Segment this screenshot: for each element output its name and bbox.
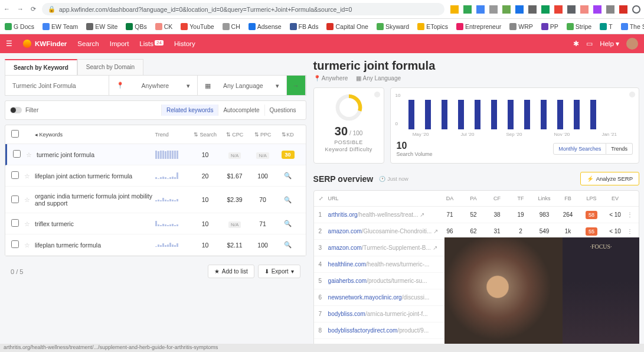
settings-icon[interactable]: ✱ bbox=[573, 40, 579, 48]
help-link[interactable]: Help ▾ bbox=[600, 40, 619, 48]
bookmark-item[interactable]: ETopics bbox=[417, 23, 448, 30]
star-icon[interactable]: ☆ bbox=[24, 172, 35, 180]
bookmark-item[interactable]: EW Team bbox=[43, 23, 78, 30]
bookmark-item[interactable]: WRP bbox=[509, 23, 533, 30]
bookmark-item[interactable]: CH bbox=[223, 23, 240, 30]
bookmark-item[interactable]: Skyward bbox=[377, 23, 409, 30]
pill-questions[interactable]: Questions bbox=[264, 105, 301, 116]
row-checkbox[interactable] bbox=[13, 150, 21, 158]
keyword-table: ◂ Keywords Trend ⇅ Search ⇅ CPC ⇅ PPC ⇅ … bbox=[5, 125, 306, 256]
magnify-icon[interactable]: 🔍 bbox=[284, 220, 292, 227]
bookmark-item[interactable]: G Docs bbox=[5, 23, 34, 30]
chart-toggle: Monthly Searches Trends bbox=[553, 143, 633, 155]
nav-search[interactable]: Search bbox=[77, 40, 99, 47]
bookmark-item[interactable]: Stripe bbox=[567, 23, 591, 30]
brand: KWFinder bbox=[23, 40, 67, 48]
tab-domain[interactable]: Search by Domain bbox=[77, 59, 143, 75]
filter-row: Filter Related keywords Autocomplete Que… bbox=[5, 100, 306, 120]
select-all-checkbox[interactable] bbox=[11, 130, 19, 138]
analyze-serp-button[interactable]: ⚡Analyze SERP bbox=[580, 172, 639, 185]
star-icon: ★ bbox=[214, 268, 220, 275]
bookmark-item[interactable]: T bbox=[600, 23, 612, 30]
table-row[interactable]: ☆turmeric joint formula10N/AN/A30 bbox=[5, 144, 306, 165]
nav-history[interactable]: History bbox=[174, 40, 195, 47]
bookmark-item[interactable]: QBs bbox=[126, 23, 146, 30]
star-icon[interactable]: ☆ bbox=[24, 242, 35, 249]
star-icon[interactable]: ☆ bbox=[24, 196, 35, 203]
star-icon[interactable]: ☆ bbox=[26, 151, 37, 158]
bolt-icon: ⚡ bbox=[587, 175, 594, 182]
download-icon: ⬇ bbox=[264, 268, 269, 275]
app-bar: ☰ KWFinder Search Import Lists24 History… bbox=[0, 34, 644, 53]
pin-icon: 📍 bbox=[116, 82, 124, 89]
nav-import[interactable]: Import bbox=[110, 40, 129, 47]
url-bar[interactable]: 🔒 app.kwfinder.com/dashboard?language_id… bbox=[42, 3, 444, 15]
table-footer: 0 / 5 ★Add to list ⬇Export ▾ bbox=[5, 261, 306, 282]
magnify-icon[interactable]: 🔍 bbox=[284, 196, 292, 204]
serp-row[interactable]: 1arthritis.org/health-wellness/treat... … bbox=[314, 207, 639, 223]
table-row[interactable]: ☆lifeplan joint action turmeric formula2… bbox=[5, 165, 306, 187]
external-icon[interactable]: ↗ bbox=[433, 245, 437, 251]
menu-icon[interactable]: ☰ bbox=[6, 40, 12, 48]
volume-chart bbox=[397, 94, 633, 129]
table-row[interactable]: ☆triflex turmeric10N/A71🔍 bbox=[5, 213, 306, 234]
magnify-icon[interactable]: 🔍 bbox=[284, 241, 292, 249]
language-select[interactable]: ▦Any Language▾ bbox=[198, 76, 287, 95]
volume-card: 10 0 May '20Jul '20Sep '20Nov '20Jan '21… bbox=[390, 87, 639, 164]
bookmark-item[interactable]: Entrepreneur bbox=[456, 23, 501, 30]
lock-icon: 🔒 bbox=[48, 5, 55, 13]
bookmark-item[interactable]: The Scribe Cultur... bbox=[621, 23, 644, 30]
info-icon[interactable] bbox=[374, 92, 380, 97]
search-row: Turmeric Joint Formula 📍Anywhere▾ ▦Any L… bbox=[5, 76, 306, 96]
toggle-monthly[interactable]: Monthly Searches bbox=[553, 143, 606, 155]
bookmark-item[interactable]: FB Ads bbox=[290, 23, 319, 30]
forward-icon[interactable]: → bbox=[17, 5, 24, 13]
avatar[interactable] bbox=[626, 38, 638, 50]
menu-icon[interactable]: ⋮ bbox=[627, 211, 634, 218]
reload-icon[interactable]: ⟳ bbox=[31, 5, 36, 13]
bookmark-item[interactable]: PP bbox=[541, 23, 558, 30]
table-row[interactable]: ☆organic india turmeric formula joint mo… bbox=[5, 187, 306, 213]
bookmark-item[interactable]: EW Site bbox=[86, 23, 117, 30]
row-checkbox[interactable] bbox=[11, 219, 19, 227]
pill-related[interactable]: Related keywords bbox=[161, 105, 218, 116]
row-checkbox[interactable] bbox=[11, 240, 19, 248]
location-select[interactable]: 📍Anywhere▾ bbox=[109, 76, 198, 95]
filter-toggle[interactable] bbox=[10, 107, 22, 113]
bookmark-item[interactable]: CK bbox=[155, 23, 173, 30]
difficulty-card: 30 / 100 POSSIBLE Keyword Difficulty bbox=[313, 87, 384, 164]
external-icon[interactable]: ↗ bbox=[433, 228, 438, 234]
magnify-icon[interactable]: 🔍 bbox=[284, 172, 292, 180]
extension-icons bbox=[450, 5, 640, 14]
row-checkbox[interactable] bbox=[11, 195, 19, 203]
bookmark-bar: G DocsEW TeamEW SiteQBsCKYouTubeCHAdsens… bbox=[0, 19, 644, 34]
keyword-input[interactable]: Turmeric Joint Formula bbox=[5, 76, 109, 95]
toggle-trends[interactable]: Trends bbox=[606, 143, 633, 155]
star-icon[interactable]: ☆ bbox=[24, 220, 35, 227]
bookmark-item[interactable]: Adsense bbox=[249, 23, 282, 30]
table-row[interactable]: ☆lifeplan turmeric formula10$2.11100🔍 bbox=[5, 234, 306, 256]
bookmark-item[interactable]: YouTube bbox=[181, 23, 214, 30]
search-tabs: Search by Keyword Search by Domain bbox=[5, 59, 306, 76]
globe-icon: ▦ bbox=[356, 75, 361, 82]
external-icon[interactable]: ↗ bbox=[420, 211, 424, 218]
filter-label: Filter bbox=[25, 107, 38, 113]
search-button[interactable]: → bbox=[287, 76, 306, 95]
url-text: app.kwfinder.com/dashboard?language_id=0… bbox=[59, 6, 352, 13]
serp-time: 🕑Just now bbox=[379, 176, 408, 182]
row-checkbox[interactable] bbox=[11, 171, 19, 179]
expand-icon[interactable]: ⤢ bbox=[319, 195, 328, 201]
add-to-list-button[interactable]: ★Add to list bbox=[208, 265, 254, 278]
bookmark-item[interactable]: Capital One bbox=[326, 23, 368, 30]
serp-title: SERP overview bbox=[313, 174, 374, 184]
pin-icon: 📍 bbox=[313, 75, 321, 82]
pill-autocomplete[interactable]: Autocomplete bbox=[218, 105, 264, 116]
menu-icon[interactable]: ⋮ bbox=[627, 228, 634, 234]
export-button[interactable]: ⬇Export ▾ bbox=[258, 265, 300, 278]
back-icon[interactable]: ← bbox=[4, 5, 10, 13]
nav-lists[interactable]: Lists24 bbox=[139, 40, 164, 47]
difficulty-gauge bbox=[335, 94, 362, 121]
clock-icon: 🕑 bbox=[379, 176, 385, 182]
tab-keyword[interactable]: Search by Keyword bbox=[5, 59, 77, 75]
video-icon[interactable]: ▭ bbox=[586, 40, 593, 48]
